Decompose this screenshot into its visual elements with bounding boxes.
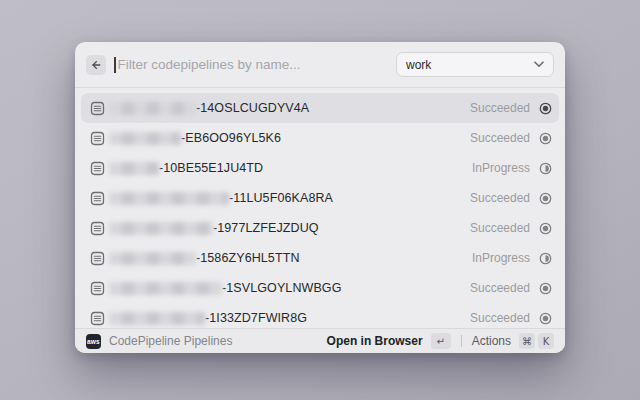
k-key-badge: K — [538, 333, 554, 349]
pipeline-suffix: -1SVLGOYLNWBGG — [222, 281, 342, 295]
pipeline-item-icon — [90, 251, 105, 266]
pipeline-row[interactable]: -1I33ZD7FWIR8G Succeeded — [81, 303, 559, 328]
pipeline-item-icon — [90, 191, 105, 206]
status-label: Succeeded — [470, 281, 530, 295]
search-bar: work — [75, 42, 565, 88]
pipeline-row[interactable]: -10BE55E1JU4TD InProgress — [81, 153, 559, 183]
pipeline-suffix: -11LU5F06KA8RA — [229, 191, 333, 205]
command-key-badge: ⌘ — [519, 333, 535, 349]
redacted-pipeline-name — [109, 312, 205, 325]
status-label: Succeeded — [470, 311, 530, 325]
pipeline-item-icon — [90, 311, 105, 326]
actions-button[interactable]: Actions — [472, 334, 511, 348]
app-info: aws CodePipeline Pipelines — [86, 334, 327, 349]
status-label: Succeeded — [470, 131, 530, 145]
status-label: Succeeded — [470, 191, 530, 205]
pipeline-item-icon — [90, 281, 105, 296]
status-succeeded-icon — [539, 222, 552, 235]
open-in-browser-button[interactable]: Open in Browser — [327, 334, 423, 348]
pipeline-row[interactable]: -1586ZY6HL5TTN InProgress — [81, 243, 559, 273]
status-inprogress-icon — [539, 252, 552, 265]
pipeline-row[interactable]: -1SVLGOYLNWBGG Succeeded — [81, 273, 559, 303]
status-label: Succeeded — [470, 101, 530, 115]
redacted-pipeline-name — [109, 132, 181, 145]
footer-bar: aws CodePipeline Pipelines Open in Brows… — [75, 328, 565, 353]
status-succeeded-icon — [539, 132, 552, 145]
pipeline-list: -14OSLCUGDYV4A Succeeded -EB6OO96YL5K6 S… — [75, 88, 565, 328]
pipeline-item-icon — [90, 221, 105, 236]
redacted-pipeline-name — [109, 192, 229, 205]
status-label: InProgress — [472, 161, 530, 175]
redacted-pipeline-name — [109, 252, 196, 265]
status-label: InProgress — [472, 251, 530, 265]
aws-logo-icon: aws — [86, 334, 101, 349]
pipeline-suffix: -14OSLCUGDYV4A — [196, 101, 309, 115]
desktop-background: work -14OSLCUGDYV4A Succeeded -EB6OO96YL… — [0, 0, 640, 400]
footer-divider — [461, 335, 462, 347]
status-succeeded-icon — [539, 312, 552, 325]
back-arrow-icon — [90, 59, 102, 71]
status-succeeded-icon — [539, 192, 552, 205]
pipeline-row[interactable]: -11LU5F06KA8RA Succeeded — [81, 183, 559, 213]
pipeline-suffix: -1977LZFEJZDUQ — [213, 221, 319, 235]
footer-actions: Open in Browser ↵ Actions ⌘ K — [327, 333, 554, 349]
status-succeeded-icon — [539, 282, 552, 295]
redacted-pipeline-name — [109, 102, 196, 115]
pipeline-suffix: -10BE55E1JU4TD — [159, 161, 263, 175]
redacted-pipeline-name — [109, 162, 159, 175]
chevron-down-icon — [534, 61, 544, 68]
redacted-pipeline-name — [109, 282, 222, 295]
pipeline-row[interactable]: -14OSLCUGDYV4A Succeeded — [81, 93, 559, 123]
redacted-pipeline-name — [109, 222, 213, 235]
dropdown-selected-value: work — [406, 58, 534, 72]
pipeline-item-icon — [90, 101, 105, 116]
return-key-badge: ↵ — [431, 333, 451, 349]
app-name: CodePipeline Pipelines — [109, 334, 232, 348]
pipeline-suffix: -EB6OO96YL5K6 — [181, 131, 281, 145]
profile-dropdown[interactable]: work — [396, 52, 554, 77]
pipeline-row[interactable]: -1977LZFEJZDUQ Succeeded — [81, 213, 559, 243]
pipeline-suffix: -1586ZY6HL5TTN — [196, 251, 300, 265]
search-input[interactable] — [116, 57, 397, 72]
status-inprogress-icon — [539, 162, 552, 175]
pipeline-row[interactable]: -EB6OO96YL5K6 Succeeded — [81, 123, 559, 153]
pipeline-suffix: -1I33ZD7FWIR8G — [205, 311, 307, 325]
pipeline-item-icon — [90, 161, 105, 176]
status-succeeded-icon — [539, 102, 552, 115]
launcher-window: work -14OSLCUGDYV4A Succeeded -EB6OO96YL… — [75, 42, 565, 353]
pipeline-item-icon — [90, 131, 105, 146]
back-button[interactable] — [86, 55, 106, 75]
status-label: Succeeded — [470, 221, 530, 235]
